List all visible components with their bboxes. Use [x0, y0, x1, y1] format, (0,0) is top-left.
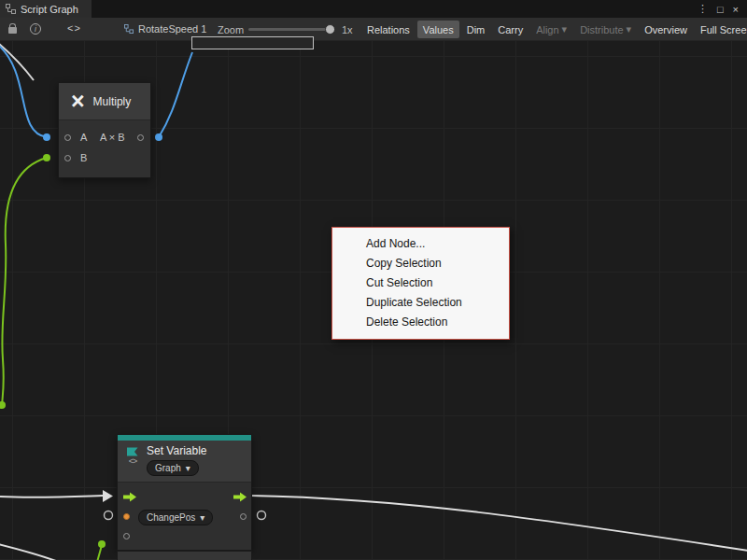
set-variable-title: Set Variable — [147, 444, 206, 457]
wire-dot-green — [98, 540, 106, 548]
node-multiply[interactable]: × Multiply A A × B B — [58, 82, 151, 178]
lock-icon[interactable] — [8, 27, 17, 34]
wire-arrowhead — [103, 490, 113, 502]
wire-dot-green — [43, 154, 50, 161]
window-controls: ⋮ □ × — [698, 0, 747, 18]
graph-asset-icon — [124, 24, 134, 34]
graph-breadcrumb-label: RotateSpeed 1 — [138, 23, 206, 35]
multiply-icon: × — [71, 90, 85, 113]
scope-label: Graph — [155, 462, 181, 474]
port-a-label: A — [80, 132, 87, 143]
tab-script-graph[interactable]: Script Graph — [0, 0, 92, 18]
script-graph-icon — [6, 4, 16, 14]
edit-code-button[interactable]: <> — [67, 22, 81, 34]
tab-label: Script Graph — [21, 4, 78, 15]
set-variable-header[interactable]: <> Set Variable Graph ▾ — [118, 441, 251, 483]
node-set-variable[interactable]: <> Set Variable Graph ▾ ChangePos ▾ — [117, 434, 252, 551]
port-result-label: A × B — [100, 132, 125, 143]
chevron-down-icon: ▾ — [562, 23, 568, 35]
set-variable-icon: <> — [125, 444, 140, 476]
multiply-node-body: A A × B B — [59, 120, 150, 177]
wire-dot-blue — [155, 133, 162, 141]
wire-white-flow-in — [0, 496, 103, 497]
scope-dropdown[interactable]: Graph ▾ — [147, 460, 199, 476]
overview-button[interactable]: Overview — [639, 21, 693, 38]
menu-item-copy-selection[interactable]: Copy Selection — [332, 254, 509, 273]
zoom-label: Zoom — [218, 24, 244, 35]
wire-white-bottomleft — [0, 544, 63, 560]
zoom-value: 1x — [342, 24, 353, 35]
value-port-circle[interactable] — [258, 511, 266, 520]
value-input-port[interactable] — [123, 513, 130, 520]
port-b-label: B — [80, 152, 87, 163]
flow-input-arrow-icon[interactable] — [123, 492, 137, 502]
window-close-icon[interactable]: × — [733, 4, 739, 15]
info-icon[interactable]: i — [30, 23, 41, 35]
menu-item-add-node[interactable]: Add Node... — [332, 234, 509, 254]
zoom-slider[interactable] — [248, 28, 334, 31]
relations-button[interactable]: Relations — [361, 21, 416, 38]
carry-button[interactable]: Carry — [492, 21, 529, 38]
extra-input-port[interactable] — [123, 533, 130, 539]
context-menu: Add Node... Copy Selection Cut Selection… — [331, 227, 510, 340]
window-maximize-icon[interactable]: □ — [717, 4, 724, 15]
set-variable-body: ChangePos ▾ — [118, 483, 251, 550]
port-row-b: B — [59, 148, 150, 169]
value-port-circle[interactable] — [105, 511, 113, 520]
wire-blue-output — [159, 52, 192, 137]
toolbar-buttons: Relations Values Dim Carry Align ▾ Distr… — [361, 21, 747, 38]
chevron-down-icon: ▾ — [186, 462, 190, 474]
zoom-slider-thumb[interactable] — [325, 24, 335, 35]
variable-name-label: ChangePos — [147, 511, 195, 524]
values-button[interactable]: Values — [417, 21, 459, 38]
dim-button[interactable]: Dim — [461, 21, 491, 38]
code-glyph: <> — [129, 457, 137, 466]
graph-breadcrumb[interactable]: RotateSpeed 1 — [124, 23, 206, 35]
chevron-down-icon: ▾ — [200, 511, 204, 524]
wire-dot-green — [0, 401, 6, 409]
flow-output-arrow-icon[interactable] — [233, 492, 247, 502]
multiply-node-header[interactable]: × Multiply — [59, 83, 150, 120]
clipped-node-box[interactable] — [191, 36, 314, 49]
set-variable-footer-box — [117, 551, 252, 560]
menu-item-cut-selection[interactable]: Cut Selection — [332, 273, 509, 293]
wire-dot-blue — [43, 133, 50, 141]
port-row-a: A A × B — [59, 128, 150, 148]
wire-white-flow-out — [250, 496, 747, 551]
input-port-a[interactable] — [64, 134, 71, 141]
menu-item-duplicate-selection[interactable]: Duplicate Selection — [332, 293, 509, 313]
menu-item-delete-selection[interactable]: Delete Selection — [332, 313, 509, 332]
align-dropdown[interactable]: Align ▾ — [530, 21, 572, 38]
window-menu-icon[interactable]: ⋮ — [698, 3, 708, 15]
variable-dropdown[interactable]: ChangePos ▾ — [138, 510, 213, 525]
graph-toolbar: i <> RotateSpeed 1 Zoom 1x Relations Val… — [0, 18, 747, 41]
output-port-result[interactable] — [137, 134, 144, 141]
wire-green-left — [2, 158, 47, 405]
distribute-label: Distribute — [580, 24, 623, 35]
wire-blue-input — [0, 45, 47, 137]
multiply-node-title: Multiply — [93, 95, 132, 108]
chevron-down-icon: ▾ — [627, 23, 632, 35]
distribute-dropdown[interactable]: Distribute ▾ — [574, 21, 637, 38]
align-label: Align — [536, 24, 558, 35]
window-titlebar: Script Graph ⋮ □ × — [0, 0, 747, 18]
fullscreen-button[interactable]: Full Screen — [695, 21, 747, 38]
value-output-port[interactable] — [240, 513, 247, 520]
input-port-b[interactable] — [64, 155, 71, 161]
